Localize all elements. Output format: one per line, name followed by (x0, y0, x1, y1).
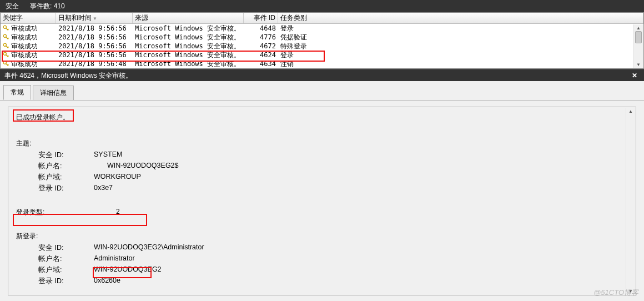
kv-row: 帐户域:WORKGROUP (38, 173, 628, 182)
key-icon (3, 25, 9, 32)
table-row[interactable]: 审核成功 2021/8/18 9:56:56 Microsoft Windows… (1, 51, 643, 59)
table-row[interactable]: 审核成功 2021/8/18 9:56:56 Microsoft Windows… (1, 33, 643, 42)
key-icon (3, 52, 9, 58)
tab-details[interactable]: 详细信息 (33, 86, 74, 100)
scroll-up-icon[interactable]: ▲ (634, 24, 643, 31)
new-logon-title: 新登录: (16, 232, 628, 241)
detail-title-bar: 事件 4624，Microsoft Windows 安全审核。 ✕ (0, 69, 644, 81)
sort-desc-icon: ▼ (93, 16, 97, 21)
scroll-up-icon[interactable]: ▲ (626, 108, 635, 114)
title-bar: 安全 事件数: 410 (0, 0, 644, 12)
event-count: 事件数: 410 (30, 0, 65, 12)
close-icon[interactable]: ✕ (630, 69, 640, 81)
detail-body: 已成功登录帐户。 主题: 安全 ID:SYSTEM 帐户名:WIN-92UODO… (0, 101, 644, 301)
tabs: 常规 详细信息 (0, 81, 644, 101)
col-header-keyword[interactable]: 关键字 (1, 13, 56, 23)
detail-title: 事件 4624，Microsoft Windows 安全审核。 (4, 69, 132, 81)
kv-row: 帐户名:WIN-92UODOQ3EG2$ (38, 162, 628, 171)
table-row[interactable]: 审核成功 2021/8/18 9:56:48 Microsoft Windows… (1, 59, 643, 68)
kv-row: 安全 ID:WIN-92UODOQ3EG2\Administrator (38, 243, 628, 253)
kv-row: 帐户域:WIN-92UODOQ3EG2 (38, 265, 628, 275)
detail-inner: 已成功登录帐户。 主题: 安全 ID:SYSTEM 帐户名:WIN-92UODO… (8, 107, 636, 295)
login-success-text: 已成功登录帐户。 (16, 113, 628, 122)
tab-general[interactable]: 常规 (3, 85, 31, 100)
col-header-category[interactable]: 任务类别 (278, 13, 643, 23)
col-header-source[interactable]: 来源 (133, 13, 244, 23)
scroll-down-icon[interactable]: ▼ (634, 61, 643, 68)
kv-row: 帐户名:Administrator (38, 254, 628, 264)
event-list: 关键字 日期和时间▼ 来源 事件 ID 任务类别 审核成功 2021/8/18 … (0, 12, 644, 69)
kv-row: 登录 ID:0x6260e (38, 277, 628, 286)
list-header: 关键字 日期和时间▼ 来源 事件 ID 任务类别 (1, 13, 643, 24)
key-icon (3, 43, 9, 49)
watermark: @51CTO博客 (593, 288, 638, 298)
scroll-thumb[interactable] (635, 31, 642, 43)
detail-scrollbar[interactable]: ▲ ▼ (626, 108, 635, 294)
list-scrollbar[interactable]: ▲ ▼ (633, 24, 643, 68)
table-row[interactable]: 审核成功 2021/8/18 9:56:56 Microsoft Windows… (1, 24, 643, 33)
col-header-datetime[interactable]: 日期和时间▼ (56, 13, 133, 23)
table-row[interactable]: 审核成功 2021/8/18 9:56:56 Microsoft Windows… (1, 42, 643, 51)
title-label: 安全 (6, 0, 19, 12)
kv-row: 登录 ID:0x3e7 (38, 184, 628, 193)
key-icon (3, 34, 9, 41)
logon-type-row: 登录类型: 2 (16, 208, 628, 217)
subject-title: 主题: (16, 139, 628, 148)
kv-row: 安全 ID:SYSTEM (38, 150, 628, 160)
key-icon (3, 61, 9, 67)
list-body: 审核成功 2021/8/18 9:56:56 Microsoft Windows… (1, 24, 643, 68)
col-header-eventid[interactable]: 事件 ID (244, 13, 278, 23)
